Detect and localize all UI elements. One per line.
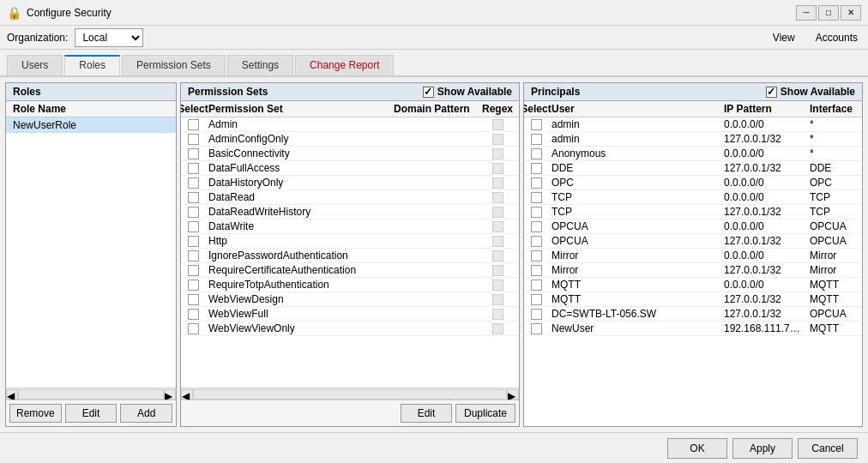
table-row[interactable]: DataRead: [181, 190, 519, 205]
table-row[interactable]: DataHistoryOnly: [181, 176, 519, 190]
row-checkbox[interactable]: [188, 309, 199, 320]
row-checkbox[interactable]: [531, 280, 542, 291]
apply-button[interactable]: Apply: [732, 438, 793, 459]
principal-interface: Mirror: [806, 250, 862, 262]
perm-regex: [476, 309, 519, 320]
principal-ip: 0.0.0.0/0: [720, 279, 806, 291]
row-checkbox[interactable]: [531, 207, 542, 218]
principal-user: MQTT: [548, 279, 720, 291]
table-row[interactable]: WebViewDesign: [181, 292, 519, 307]
perm-name: DataWrite: [205, 220, 390, 232]
table-row[interactable]: WebViewFull: [181, 307, 519, 322]
edit-perm-button[interactable]: Edit: [401, 404, 452, 423]
row-checkbox[interactable]: [188, 207, 199, 218]
table-row[interactable]: IgnorePasswordAuthentication: [181, 249, 519, 263]
tab-change-report[interactable]: Change Report: [295, 55, 394, 75]
row-checkbox[interactable]: [188, 280, 199, 291]
principal-interface: Mirror: [806, 264, 862, 276]
table-row[interactable]: DC=SWTB-LT-056.SW 127.0.0.1/32 OPCUA: [524, 307, 862, 322]
row-checkbox[interactable]: [188, 221, 199, 232]
tab-roles[interactable]: Roles: [64, 55, 120, 75]
list-item[interactable]: NewUserRole: [6, 117, 176, 133]
maximize-button[interactable]: □: [818, 5, 839, 21]
table-row[interactable]: OPC 0.0.0.0/0 OPC: [524, 176, 862, 190]
row-checkbox[interactable]: [188, 192, 199, 203]
row-checkbox[interactable]: [531, 294, 542, 305]
view-menu[interactable]: View: [769, 30, 799, 45]
row-checkbox[interactable]: [531, 192, 542, 203]
tab-settings[interactable]: Settings: [227, 55, 293, 75]
table-row[interactable]: Mirror 0.0.0.0/0 Mirror: [524, 249, 862, 263]
duplicate-perm-button[interactable]: Duplicate: [455, 404, 515, 423]
ok-button[interactable]: OK: [667, 438, 727, 459]
table-row[interactable]: MQTT 127.0.0.1/32 MQTT: [524, 292, 862, 307]
table-row[interactable]: TCP 127.0.0.1/32 TCP: [524, 205, 862, 219]
row-checkbox[interactable]: [188, 265, 199, 276]
row-checkbox[interactable]: [531, 236, 542, 247]
close-button[interactable]: ✕: [841, 5, 861, 21]
scroll-left-btn[interactable]: ◀: [6, 389, 18, 400]
perm-scroll-left[interactable]: ◀: [181, 389, 193, 400]
perm-regex: [476, 148, 519, 159]
scroll-right-btn[interactable]: ▶: [164, 389, 176, 400]
row-checkbox[interactable]: [531, 265, 542, 276]
table-row[interactable]: Admin: [181, 117, 519, 132]
row-checkbox[interactable]: [531, 148, 542, 159]
row-checkbox[interactable]: [531, 177, 542, 189]
table-row[interactable]: DataWrite: [181, 219, 519, 234]
row-checkbox[interactable]: [531, 323, 542, 334]
table-row[interactable]: OPCUA 127.0.0.1/32 OPCUA: [524, 234, 862, 249]
table-row[interactable]: AdminConfigOnly: [181, 132, 519, 147]
table-row[interactable]: admin 127.0.0.1/32 *: [524, 132, 862, 147]
regex-checkbox: [492, 134, 503, 145]
regex-checkbox: [492, 265, 503, 276]
row-checkbox[interactable]: [531, 221, 542, 232]
table-row[interactable]: NewUser 192.168.111.74/3 MQTT: [524, 322, 862, 336]
remove-role-button[interactable]: Remove: [9, 404, 62, 423]
table-row[interactable]: TCP 0.0.0.0/0 TCP: [524, 190, 862, 205]
accounts-menu[interactable]: Accounts: [812, 30, 861, 45]
table-row[interactable]: RequireCertificateAuthentication: [181, 263, 519, 278]
show-available-checkbox-perm[interactable]: ✓: [423, 87, 434, 98]
org-select[interactable]: Local: [75, 28, 143, 47]
row-checkbox[interactable]: [531, 309, 542, 320]
table-row[interactable]: DDE 127.0.0.1/32 DDE: [524, 161, 862, 176]
row-checkbox[interactable]: [188, 134, 199, 145]
row-checkbox[interactable]: [188, 236, 199, 247]
show-available-checkbox-princ[interactable]: ✓: [766, 87, 777, 98]
row-checkbox[interactable]: [531, 163, 542, 174]
title-bar: 🔒 Configure Security ─ □ ✕: [0, 0, 868, 26]
row-checkbox[interactable]: [188, 119, 199, 130]
row-checkbox[interactable]: [188, 177, 199, 189]
table-row[interactable]: Mirror 127.0.0.1/32 Mirror: [524, 263, 862, 278]
row-checkbox[interactable]: [188, 163, 199, 174]
perm-scroll-right[interactable]: ▶: [507, 389, 519, 400]
table-row[interactable]: RequireTotpAuthentication: [181, 278, 519, 292]
table-row[interactable]: admin 0.0.0.0/0 *: [524, 117, 862, 132]
tab-users[interactable]: Users: [7, 55, 63, 75]
table-row[interactable]: Http: [181, 234, 519, 249]
row-checkbox[interactable]: [531, 134, 542, 145]
tab-permission-sets[interactable]: Permission Sets: [122, 55, 226, 75]
footer: OK Apply Cancel: [0, 432, 868, 463]
table-row[interactable]: DataReadWriteHistory: [181, 205, 519, 219]
cancel-button[interactable]: Cancel: [798, 438, 858, 459]
perm-regex: [476, 280, 519, 291]
edit-role-button[interactable]: Edit: [65, 404, 118, 423]
table-row[interactable]: WebViewViewOnly: [181, 322, 519, 336]
row-checkbox[interactable]: [188, 250, 199, 262]
row-checkbox[interactable]: [188, 294, 199, 305]
row-checkbox[interactable]: [531, 119, 542, 130]
principal-interface: *: [806, 118, 862, 130]
table-row[interactable]: BasicConnectivity: [181, 147, 519, 161]
table-row[interactable]: Anonymous 0.0.0.0/0 *: [524, 147, 862, 161]
row-checkbox[interactable]: [188, 148, 199, 159]
table-row[interactable]: OPCUA 0.0.0.0/0 OPCUA: [524, 219, 862, 234]
minimize-button[interactable]: ─: [796, 5, 817, 21]
row-checkbox[interactable]: [188, 323, 199, 334]
table-row[interactable]: DataFullAccess: [181, 161, 519, 176]
principal-user: OPCUA: [548, 220, 720, 232]
table-row[interactable]: MQTT 0.0.0.0/0 MQTT: [524, 278, 862, 292]
add-role-button[interactable]: Add: [120, 404, 172, 423]
row-checkbox[interactable]: [531, 250, 542, 262]
